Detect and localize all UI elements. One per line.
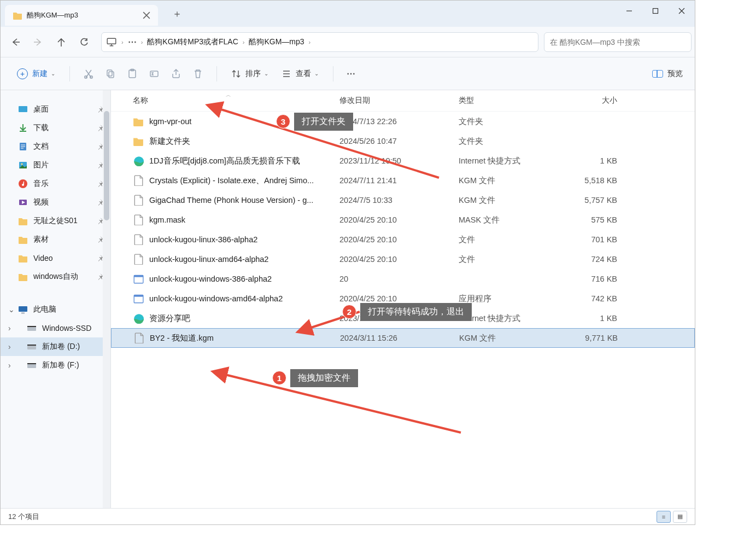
chevron-down-icon: ⌄ bbox=[314, 71, 319, 77]
file-size: 1 KB bbox=[562, 156, 628, 165]
chevron-right-icon[interactable]: › bbox=[242, 39, 246, 45]
file-row[interactable]: kgm.mask2020/4/25 20:10MASK 文件575 KB bbox=[111, 210, 695, 230]
maximize-button[interactable] bbox=[642, 1, 669, 21]
search-input[interactable] bbox=[550, 38, 685, 46]
up-button[interactable] bbox=[50, 31, 73, 54]
delete-button[interactable] bbox=[187, 63, 209, 85]
sidebar-item-drive-d[interactable]: 新加卷 (D:) bbox=[1, 337, 110, 356]
sort-icon bbox=[231, 69, 241, 79]
file-row[interactable]: BY2 - 我知道.kgm2024/3/11 15:26KGM 文件9,771 … bbox=[111, 328, 695, 348]
header-type[interactable]: 类型 bbox=[459, 96, 562, 106]
svg-rect-11 bbox=[107, 70, 112, 76]
chevron-right-icon[interactable]: › bbox=[120, 39, 125, 45]
window-tab[interactable]: 酷狗KGM—mp3 bbox=[5, 5, 158, 26]
sidebar-item-downloads[interactable]: 下载 bbox=[1, 119, 110, 137]
folder-icon bbox=[18, 235, 28, 244]
file-date: 2020/4/25 20:10 bbox=[339, 294, 459, 303]
preview-pane-button[interactable]: 预览 bbox=[650, 69, 685, 79]
refresh-button[interactable] bbox=[73, 31, 96, 54]
separator bbox=[69, 66, 70, 81]
sidebar-item-folder[interactable]: 素材 bbox=[1, 230, 110, 249]
close-window-button[interactable] bbox=[669, 1, 695, 21]
file-list: 名称︿ 修改日期 类型 大小 kgm-vpr-out2024/7/13 22:2… bbox=[111, 90, 695, 508]
file-name: 1DJ音乐吧[djdj8.com]高品质无损音乐下载 bbox=[149, 156, 339, 166]
sidebar-scrollbar[interactable] bbox=[103, 90, 110, 508]
forward-button[interactable] bbox=[27, 31, 50, 54]
breadcrumb-seg[interactable]: 酷狗KGM—mp3 bbox=[245, 37, 307, 47]
copy-button[interactable] bbox=[99, 63, 121, 85]
breadcrumb-seg[interactable]: 酷狗KGM转MP3或者FLAC bbox=[144, 37, 241, 47]
item-count: 12 个项目 bbox=[8, 512, 39, 522]
header-size[interactable]: 大小 bbox=[562, 96, 628, 106]
file-size: 716 KB bbox=[562, 275, 628, 283]
sort-button[interactable]: 排序 ⌄ bbox=[225, 69, 275, 79]
header-name[interactable]: 名称︿ bbox=[133, 96, 339, 106]
sidebar-item-thispc[interactable]: 此电脑 bbox=[1, 300, 110, 319]
share-button[interactable] bbox=[165, 63, 187, 85]
new-button[interactable]: + 新建 ⌄ bbox=[10, 65, 62, 83]
new-tab-button[interactable]: ＋ bbox=[168, 5, 186, 22]
sidebar-item-documents[interactable]: 文档 bbox=[1, 137, 110, 156]
file-icon bbox=[133, 214, 144, 225]
file-date: 2024/7/5 10:33 bbox=[339, 196, 459, 205]
svg-rect-16 bbox=[19, 106, 27, 112]
file-icon bbox=[133, 175, 144, 186]
minimize-button[interactable] bbox=[616, 1, 642, 21]
path-overflow-icon[interactable]: ⋯ bbox=[125, 37, 140, 47]
file-row[interactable]: 新建文件夹2024/5/26 10:47文件夹 bbox=[111, 131, 695, 151]
file-date: 2024/7/11 21:41 bbox=[339, 176, 459, 185]
sidebar-item-pictures[interactable]: 图片 bbox=[1, 156, 110, 174]
sidebar-item-folder[interactable]: Video bbox=[1, 249, 110, 267]
file-date: 2024/7/13 22:26 bbox=[339, 117, 459, 126]
pin-icon bbox=[96, 180, 103, 187]
file-row[interactable]: Crystals (Explicit) - Isolate.exe、Andrej… bbox=[111, 171, 695, 190]
file-type: 文件 bbox=[459, 254, 562, 265]
back-button[interactable] bbox=[4, 31, 27, 54]
file-row[interactable]: unlock-kugou-windows-386-alpha220716 KB bbox=[111, 269, 695, 289]
file-row[interactable]: 1DJ音乐吧[djdj8.com]高品质无损音乐下载2023/11/12 19:… bbox=[111, 151, 695, 171]
pin-icon bbox=[96, 106, 103, 113]
details-view-button[interactable]: ≡ bbox=[657, 511, 671, 523]
paste-button[interactable] bbox=[121, 63, 143, 85]
view-menu-button[interactable]: 查看 ⌄ bbox=[275, 69, 325, 79]
file-type: Internet 快捷方式 bbox=[459, 313, 562, 324]
file-row[interactable]: GigaChad Theme (Phonk House Version) - g… bbox=[111, 190, 695, 210]
close-tab-icon[interactable] bbox=[143, 11, 150, 19]
file-row[interactable]: kgm-vpr-out2024/7/13 22:26文件夹 bbox=[111, 112, 695, 131]
more-button[interactable]: ⋯ bbox=[341, 68, 361, 79]
annotation-badge: 2 bbox=[342, 305, 356, 319]
sidebar-item-desktop[interactable]: 桌面 bbox=[1, 100, 110, 119]
sidebar-item-drive-ssd[interactable]: Windows-SSD bbox=[1, 319, 110, 337]
file-row[interactable]: unlock-kugou-linux-amd64-alpha22020/4/25… bbox=[111, 249, 695, 269]
scrollbar-thumb[interactable] bbox=[104, 111, 109, 220]
address-bar[interactable]: › ⋯ › 酷狗KGM转MP3或者FLAC › 酷狗KGM—mp3 › bbox=[101, 32, 538, 52]
svg-point-19 bbox=[21, 163, 22, 165]
sidebar-item-drive-f[interactable]: 新加卷 (F:) bbox=[1, 356, 110, 375]
file-row[interactable]: unlock-kugou-linux-386-alpha22020/4/25 2… bbox=[111, 230, 695, 249]
rename-button[interactable] bbox=[143, 63, 165, 85]
chevron-right-icon[interactable]: › bbox=[308, 39, 312, 45]
file-type: KGM 文件 bbox=[459, 176, 562, 186]
sidebar-item-folder[interactable]: 无耻之徒S01 bbox=[1, 212, 110, 230]
chevron-right-icon[interactable]: › bbox=[140, 39, 144, 45]
file-size: 575 KB bbox=[562, 215, 628, 224]
cut-button[interactable] bbox=[78, 63, 99, 85]
annotation-label: 打开等待转码成功，退出 bbox=[360, 303, 472, 321]
view-menu-label: 查看 bbox=[296, 69, 311, 79]
preview-label: 预览 bbox=[667, 69, 683, 79]
file-name: unlock-kugou-windows-amd64-alpha2 bbox=[149, 294, 339, 303]
sidebar-item-folder[interactable]: windows自动 bbox=[1, 267, 110, 286]
icons-view-button[interactable]: ▦ bbox=[673, 511, 687, 523]
sidebar-item-videos[interactable]: 视频 bbox=[1, 193, 110, 212]
file-type: KGM 文件 bbox=[459, 195, 562, 206]
nav-bar: › ⋯ › 酷狗KGM转MP3或者FLAC › 酷狗KGM—mp3 › bbox=[1, 27, 695, 57]
file-name: unlock-kugou-windows-386-alpha2 bbox=[149, 275, 339, 283]
search-box[interactable] bbox=[544, 32, 692, 52]
video-icon bbox=[18, 197, 28, 207]
pin-icon bbox=[96, 218, 103, 224]
file-date: 2024/5/26 10:47 bbox=[339, 137, 459, 145]
file-type: KGM 文件 bbox=[459, 333, 563, 343]
header-date[interactable]: 修改日期 bbox=[339, 96, 459, 106]
sidebar-item-music[interactable]: 音乐 bbox=[1, 174, 110, 193]
file-date: 2020/4/25 20:10 bbox=[339, 255, 459, 264]
